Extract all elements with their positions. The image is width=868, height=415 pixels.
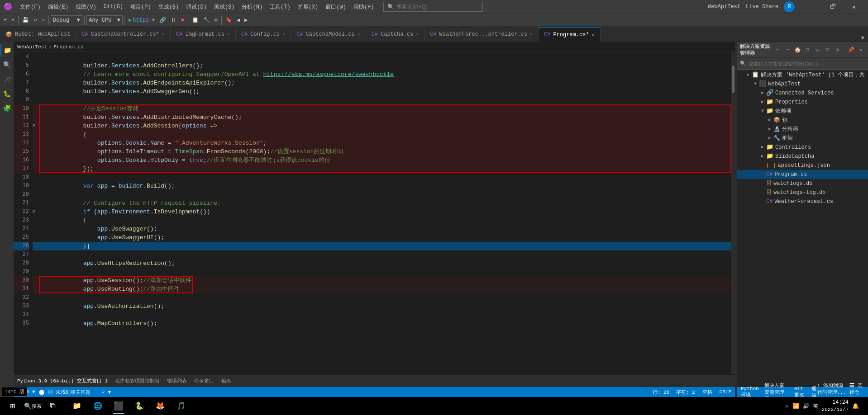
start-btn[interactable]: ⊞ — [4, 397, 22, 415]
tree-item-analyzers[interactable]: ▶ 🔬 分析器 — [737, 125, 868, 134]
tree-item-slidecaptcha[interactable]: ▶ 📁 SlideCaptcha — [737, 152, 868, 161]
breadcrumb-file[interactable]: Program.cs — [54, 44, 84, 50]
taskbar-sys-icons[interactable]: △ 📶 🔊 英 — [785, 403, 818, 410]
attach-btn[interactable]: 🔗 — [157, 15, 168, 26]
tree-item-controllers[interactable]: ▶ 📁 Controllers — [737, 143, 868, 152]
tab-config[interactable]: C# Config.cs ✕ — [236, 27, 291, 42]
notifications-btn[interactable]: 通知 — [811, 385, 817, 397]
explorer-taskbar-icon[interactable]: 📁 — [67, 397, 87, 415]
toolbar-back-btn[interactable]: ⬅ — [2, 15, 9, 26]
menu-build[interactable]: 生成(B) — [155, 0, 183, 14]
menu-file[interactable]: 文件(F) — [16, 0, 44, 14]
tab-close-captcha2[interactable]: ✕ — [416, 32, 419, 37]
python-env-btn[interactable]: Python 环境 — [741, 386, 759, 397]
search-taskbar-btn[interactable]: 🔍 搜索 — [24, 397, 42, 415]
breadcrumb-project[interactable]: WebApiTest — [17, 44, 47, 50]
tree-item-weatherforecast[interactable]: ▶ C# WeatherForecast.cs — [737, 197, 868, 206]
app5-taskbar-icon[interactable]: 🦊 — [150, 397, 170, 415]
cpu-dropdown[interactable]: Any CPU ▼ — [86, 15, 123, 25]
tree-item-dependencies[interactable]: ▼ 📁 依赖项 — [737, 107, 868, 116]
python-taskbar-icon[interactable]: 🐍 — [129, 397, 149, 415]
tab-imgformat[interactable]: C# ImgFormat.cs ✕ — [171, 27, 236, 42]
debug-config-dropdown[interactable]: Debug ▼ — [51, 15, 82, 25]
menu-git[interactable]: Git(G) — [100, 0, 127, 14]
activity-debug[interactable]: 🐛 — [0, 87, 13, 100]
tab-captcha[interactable]: C# Captcha.cs ✕ — [366, 27, 424, 42]
tree-item-connected-services[interactable]: ▶ 🔗 Connected Services — [737, 89, 868, 98]
menu-project[interactable]: 项目(P) — [127, 0, 155, 14]
project-node[interactable]: ▼ ⬛ WebApiTest — [737, 80, 868, 89]
tab-close-config[interactable]: ✕ — [282, 32, 285, 37]
tab-close-captchamodel[interactable]: ✕ — [358, 32, 360, 37]
app6-taskbar-icon[interactable]: 🎵 — [171, 397, 191, 415]
tree-item-program[interactable]: ▶ C# Program.cs — [737, 170, 868, 179]
close-btn[interactable]: ✕ — [844, 0, 864, 14]
output-tab[interactable]: 输出 — [219, 375, 233, 387]
activity-extensions[interactable]: 🧩 — [0, 102, 13, 114]
activity-explorer[interactable]: 📁 — [0, 44, 13, 57]
tab-close-weather[interactable]: ✕ — [530, 32, 533, 37]
circle-status[interactable]: ⬤ — [39, 389, 44, 395]
git-changes-btn[interactable]: Git 更改 — [794, 386, 806, 397]
pause-btn[interactable]: ⏸ — [169, 15, 178, 26]
check-icon[interactable]: ✓ ▼ — [102, 389, 111, 395]
sidebar-close[interactable]: ✕ — [856, 45, 865, 54]
global-search-input[interactable] — [396, 4, 479, 10]
tree-item-frameworks[interactable]: ▶ 🔧 框架 — [737, 134, 868, 143]
menu-test[interactable]: 测试(S) — [210, 0, 238, 14]
sidebar-refresh[interactable]: ↻ — [813, 45, 822, 54]
taskbar-clock[interactable]: 14:24 2022/12/7 — [822, 399, 849, 413]
live-share-btn[interactable]: Live Share — [746, 4, 778, 10]
command-window-tab[interactable]: 命令窗口 — [192, 375, 216, 387]
encoding-status[interactable]: CRLF — [720, 389, 731, 395]
code-content[interactable]: builder.Services.AddControllers(); // Le… — [39, 52, 731, 374]
tab-overflow[interactable]: ▼ — [857, 35, 868, 42]
menu-window[interactable]: 窗口(W) — [322, 0, 350, 14]
toolbar-save-btn[interactable]: 💾 — [20, 15, 31, 26]
tab-captchamodel[interactable]: C# CaptchaModel.cs ✕ — [291, 27, 366, 42]
menu-extend[interactable]: 扩展(X) — [294, 0, 322, 14]
tab-package-manager[interactable]: 程序包管理器控制台 — [111, 375, 163, 387]
tree-item-appsettings[interactable]: ▶ { } appsettings.json — [737, 161, 868, 170]
build-btn[interactable]: 🔨 — [201, 15, 212, 26]
sidebar-nav-back[interactable]: ← — [773, 45, 782, 54]
menu-analyze[interactable]: 分析(N) — [238, 0, 266, 14]
menu-tools[interactable]: 工具(T) — [266, 0, 294, 14]
menu-edit[interactable]: 编辑(E) — [44, 0, 72, 14]
tab-weatherforecast[interactable]: C# WeatherForec...ontroller.cs ✕ — [424, 27, 539, 42]
sidebar-collapse-all[interactable]: ⊟ — [823, 45, 832, 54]
minimize-btn[interactable]: — — [802, 0, 823, 14]
toolbar-forward-btn[interactable]: ➡ — [10, 15, 16, 26]
tree-item-watchlogs-log[interactable]: ▶ 🗄 watchlogs-log.db — [737, 188, 868, 197]
show-desktop-btn[interactable] — [863, 397, 864, 415]
menu-debug[interactable]: 调试(D) — [182, 0, 210, 14]
tab-python-interactive[interactable]: Python 3.9 (64-bit) 交互式窗口 1 — [14, 375, 111, 387]
notification-area[interactable]: 🔔 — [852, 403, 859, 410]
tab-close-imgformat[interactable]: ✕ — [227, 32, 230, 37]
sidebar-nav-forward[interactable]: → — [783, 45, 792, 54]
vs-taskbar-icon[interactable]: ⬛ — [109, 397, 129, 415]
tab-close-program[interactable]: ✕ — [592, 32, 595, 38]
toolbar-redo-btn[interactable]: ↪ — [40, 15, 47, 26]
activity-git[interactable]: ⎇ — [0, 73, 13, 85]
bookmark-btn[interactable]: 🔖 — [224, 15, 234, 26]
sidebar-home[interactable]: 🏠 — [793, 45, 802, 54]
add-to-source-btn[interactable]: ↑ 添加到源代码管理... — [817, 382, 846, 397]
restore-btn[interactable]: 🗗 — [823, 0, 844, 14]
menu-view[interactable]: 视图(V) — [72, 0, 100, 14]
error-list-tab[interactable]: 错误列表 — [165, 375, 189, 387]
sidebar-search-input[interactable] — [748, 61, 865, 66]
tree-item-watchlogs[interactable]: ▶ 🗄 watchlogs.db — [737, 179, 868, 188]
run-btn[interactable]: ▶ https ▼ — [127, 15, 157, 26]
sidebar-properties[interactable]: ⚙ — [833, 45, 842, 54]
sidebar-filter[interactable]: ⊟ — [803, 45, 812, 54]
menu-help[interactable]: 帮助(H) — [350, 0, 378, 14]
editor-vscrollbar[interactable] — [731, 52, 735, 374]
spaces-status[interactable]: 空格 — [702, 389, 712, 396]
activity-search[interactable]: 🔍 — [0, 58, 13, 71]
task-view-btn[interactable]: ⧉ — [43, 397, 62, 415]
tab-captcha-controller[interactable]: C# CaptchaController.cs* ✕ — [76, 27, 171, 42]
tab-program[interactable]: C# Program.cs* ✕ — [539, 27, 601, 42]
solution-root[interactable]: ▶ 📋 解决方案 'WebApiTest' (1 个项目，共 1 个) — [737, 71, 868, 80]
profile-btn[interactable]: R — [784, 1, 795, 12]
